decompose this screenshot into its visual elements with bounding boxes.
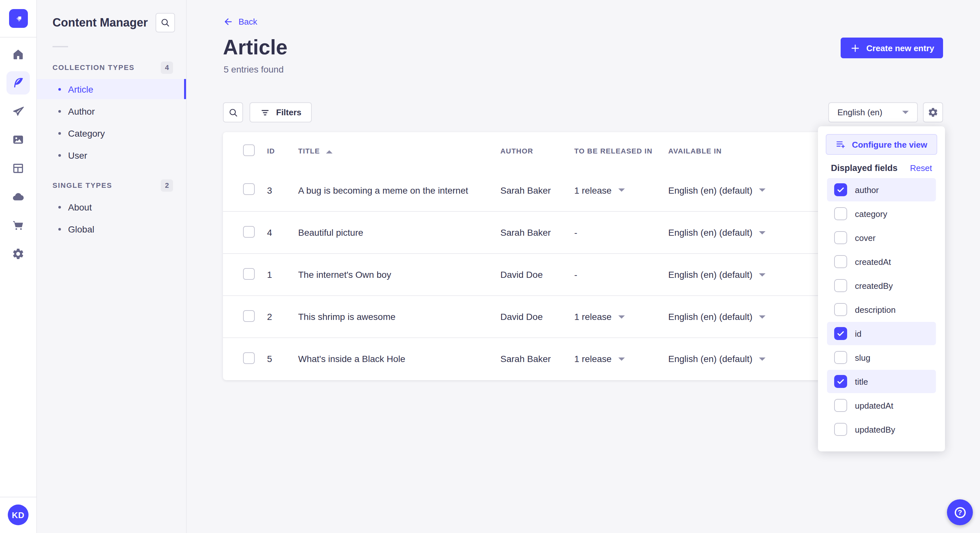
checkbox[interactable]	[834, 351, 847, 364]
checkbox[interactable]	[834, 279, 847, 292]
field-toggle-slug[interactable]: slug	[827, 346, 936, 369]
field-toggle-updatedAt[interactable]: updatedAt	[827, 394, 936, 417]
nav-rail: KD	[0, 0, 37, 533]
view-settings-gear-button[interactable]	[923, 102, 943, 122]
field-toggle-createdBy[interactable]: createdBy	[827, 274, 936, 297]
section-label: SINGLE TYPES	[52, 181, 112, 189]
column-header-title[interactable]: TITLE	[298, 147, 500, 154]
cell-author: Sarah Baker	[500, 185, 574, 195]
checkbox[interactable]	[834, 207, 847, 220]
reset-link[interactable]: Reset	[910, 163, 932, 173]
locale-value: English (en)	[837, 108, 883, 117]
sidebar-item-label: Category	[68, 128, 105, 138]
entries-count: 5 entries found	[224, 64, 283, 75]
field-toggle-createdAt[interactable]: createdAt	[827, 250, 936, 273]
row-checkbox[interactable]	[243, 352, 255, 364]
cell-id: 2	[267, 311, 298, 322]
field-toggle-cover[interactable]: cover	[827, 226, 936, 249]
sidebar-item-user[interactable]: User	[37, 145, 186, 165]
row-checkbox[interactable]	[243, 183, 255, 195]
checkbox[interactable]	[834, 399, 847, 412]
field-toggle-id[interactable]: id	[827, 322, 936, 345]
checkbox[interactable]	[834, 303, 847, 316]
configure-the-view-button[interactable]: Configure the view	[826, 134, 937, 155]
sidebar-item-author[interactable]: Author	[37, 101, 186, 121]
bullet-icon	[58, 132, 61, 134]
cell-title: Beautiful picture	[298, 227, 500, 238]
cell-author: David Doe	[500, 270, 574, 280]
user-avatar[interactable]: KD	[8, 504, 29, 525]
row-checkbox[interactable]	[243, 226, 255, 237]
sidebar-item-label: User	[68, 150, 87, 160]
content-manager-feather-icon[interactable]	[6, 71, 30, 95]
chevron-down-icon	[618, 189, 625, 192]
cell-released[interactable]: 1 release	[574, 354, 668, 364]
row-checkbox[interactable]	[243, 310, 255, 322]
configure-list-icon	[836, 139, 846, 150]
page-title: Article	[223, 36, 288, 60]
gear-icon	[928, 107, 939, 118]
content-manager-sidebar: Content Manager COLLECTION TYPES 4 Artic…	[37, 0, 187, 533]
select-all-checkbox[interactable]	[243, 144, 255, 156]
cell-released[interactable]: -	[574, 270, 668, 280]
field-toggle-updatedBy[interactable]: updatedBy	[827, 418, 936, 441]
checkbox[interactable]	[834, 231, 847, 244]
media-library-icon[interactable]	[6, 128, 30, 152]
field-label: createdBy	[855, 281, 893, 290]
settings-gear-icon[interactable]	[6, 242, 30, 265]
column-header-id[interactable]: ID	[267, 147, 298, 154]
field-label: slug	[855, 353, 870, 362]
sidebar-item-article[interactable]: Article	[37, 79, 186, 99]
table-search-button[interactable]	[223, 102, 243, 122]
checkbox[interactable]	[834, 375, 847, 388]
section-label: COLLECTION TYPES	[52, 63, 135, 71]
divider	[0, 497, 36, 497]
column-header-released[interactable]: TO BE RELEASED IN	[574, 147, 668, 154]
field-label: createdAt	[855, 257, 891, 266]
sidebar-item-global[interactable]: Global	[37, 219, 186, 239]
cell-released[interactable]: 1 release	[574, 311, 668, 322]
help-button[interactable]: ?	[947, 499, 973, 525]
back-link[interactable]: Back	[224, 17, 257, 27]
sidebar-item-label: Global	[68, 224, 94, 234]
sidebar-title: Content Manager	[52, 16, 148, 30]
sidebar-item-category[interactable]: Category	[37, 123, 186, 143]
checkbox[interactable]	[834, 327, 847, 340]
checkbox[interactable]	[834, 183, 847, 196]
chevron-down-icon	[759, 189, 765, 192]
field-toggle-title[interactable]: title	[827, 370, 936, 393]
filters-button[interactable]: Filters	[250, 102, 312, 122]
chevron-down-icon	[618, 315, 625, 318]
releases-paper-plane-icon[interactable]	[6, 100, 30, 123]
column-header-author[interactable]: AUTHOR	[500, 147, 574, 154]
chevron-down-icon	[759, 273, 765, 276]
cell-id: 4	[267, 227, 298, 238]
bullet-icon	[58, 228, 61, 230]
chevron-down-icon	[618, 357, 625, 360]
content-type-builder-layout-icon[interactable]	[6, 157, 30, 180]
field-label: category	[855, 209, 887, 219]
home-icon[interactable]	[6, 43, 30, 66]
marketplace-cart-icon[interactable]	[6, 214, 30, 237]
sidebar-search-button[interactable]	[156, 13, 175, 32]
bullet-icon	[58, 154, 61, 156]
cell-released[interactable]: 1 release	[574, 185, 668, 195]
field-toggle-author[interactable]: author	[827, 178, 936, 201]
locale-select[interactable]: English (en)	[828, 102, 918, 122]
chevron-down-icon	[759, 231, 765, 234]
sidebar-item-about[interactable]: About	[37, 197, 186, 217]
cell-id: 3	[267, 185, 298, 195]
create-new-entry-button[interactable]: Create new entry	[841, 38, 943, 58]
row-checkbox[interactable]	[243, 268, 255, 279]
cloud-icon[interactable]	[6, 185, 30, 209]
cell-released[interactable]: -	[574, 227, 668, 238]
cell-author: David Doe	[500, 311, 574, 322]
field-label: cover	[855, 233, 876, 243]
checkbox[interactable]	[834, 255, 847, 268]
main-content: Back Article 5 entries found Create new …	[187, 0, 980, 533]
field-toggle-description[interactable]: description	[827, 298, 936, 321]
field-toggle-category[interactable]: category	[827, 202, 936, 225]
chevron-down-icon	[759, 315, 765, 318]
sidebar-item-label: Author	[68, 106, 95, 116]
checkbox[interactable]	[834, 423, 847, 436]
